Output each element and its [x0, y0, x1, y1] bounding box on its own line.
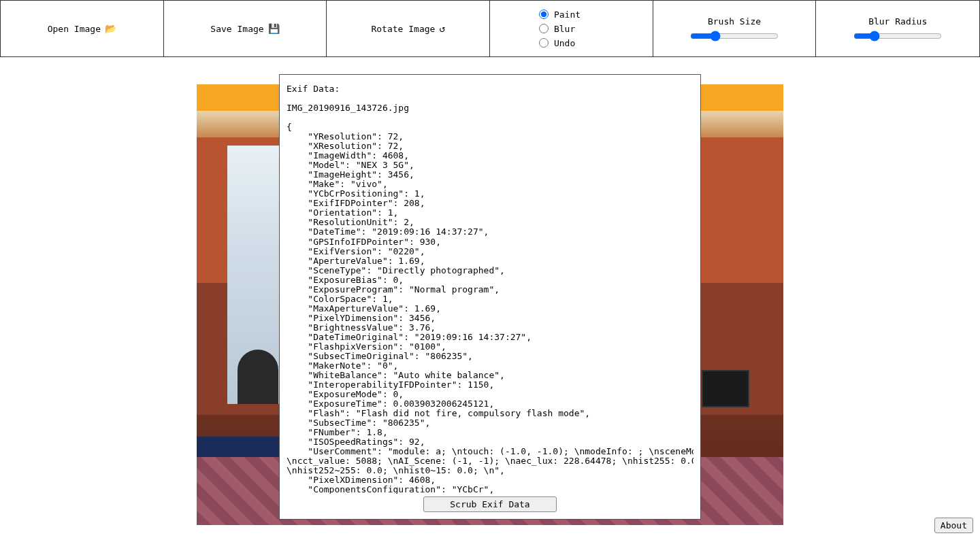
radio-undo-label: Undo — [554, 38, 575, 48]
radio-undo-input[interactable] — [539, 38, 549, 48]
scrub-exif-button[interactable]: Scrub Exif Data — [423, 496, 556, 512]
exif-panel: Exif Data: IMG_20190916_143726.jpg { "YR… — [279, 74, 701, 520]
rotate-image-button[interactable]: Rotate Image ↺ — [327, 1, 490, 56]
toolbar: Open Image 📂 Save Image 💾 Rotate Image ↺… — [0, 0, 980, 57]
radio-blur-input[interactable] — [539, 24, 549, 33]
blur-radius-label: Blur Radius — [868, 16, 927, 27]
mode-radio-group: Paint Blur Undo — [490, 1, 653, 56]
radio-blur-label: Blur — [554, 24, 575, 34]
open-label: Open Image — [48, 24, 101, 34]
canvas-area: Exif Data: IMG_20190916_143726.jpg { "YR… — [0, 57, 980, 540]
rotate-label: Rotate Image — [371, 24, 435, 34]
blur-radius-control: Blur Radius — [816, 1, 979, 56]
rotate-icon: ↺ — [439, 23, 444, 34]
image-region-monitor — [702, 370, 749, 407]
save-label: Save Image — [210, 24, 263, 34]
radio-undo[interactable]: Undo — [539, 37, 575, 50]
image-region-person — [238, 350, 278, 404]
brush-size-control: Brush Size — [653, 1, 817, 56]
floppy-disk-icon: 💾 — [268, 23, 280, 34]
open-image-button[interactable]: Open Image 📂 — [1, 1, 164, 56]
radio-blur[interactable]: Blur — [539, 22, 575, 35]
exif-text: Exif Data: IMG_20190916_143726.jpg { "YR… — [287, 84, 693, 494]
about-button[interactable]: About — [934, 518, 973, 533]
folder-open-icon: 📂 — [105, 23, 116, 34]
radio-paint-label: Paint — [554, 10, 581, 20]
radio-paint-input[interactable] — [539, 10, 549, 19]
brush-size-slider[interactable] — [690, 31, 779, 41]
radio-paint[interactable]: Paint — [539, 8, 581, 21]
brush-size-label: Brush Size — [708, 16, 761, 27]
blur-radius-slider[interactable] — [853, 31, 942, 41]
save-image-button[interactable]: Save Image 💾 — [164, 1, 327, 56]
